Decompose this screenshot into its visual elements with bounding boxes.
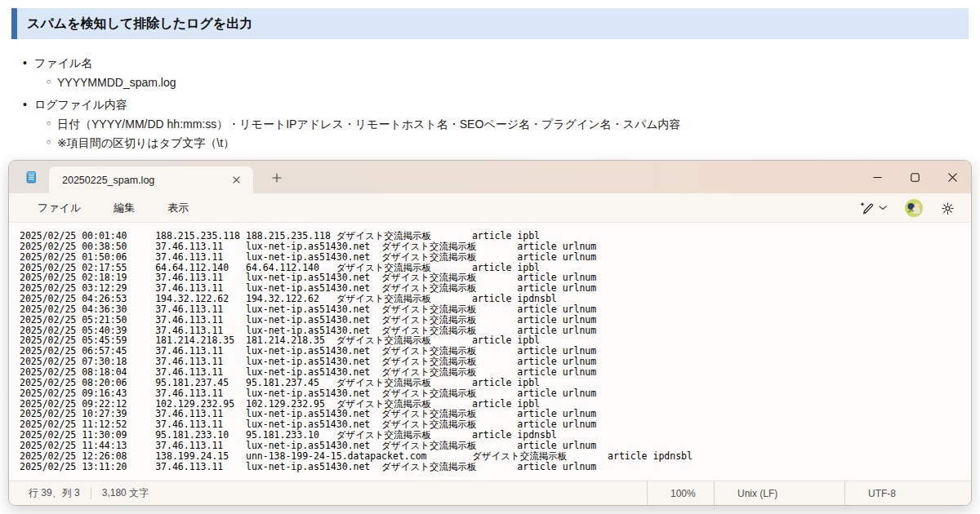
line-ending[interactable]: Unix (LF) <box>714 481 844 505</box>
tab-20250225-spam-log[interactable]: 20250225_spam.log <box>48 166 254 193</box>
rewrite-button[interactable] <box>856 198 890 218</box>
close-button[interactable] <box>933 161 971 193</box>
log-line: 2025/02/25 11:30:09 95.181.233.10 95.181… <box>20 430 964 441</box>
tab-close-icon[interactable] <box>227 171 245 189</box>
notepad-window: 20250225_spam.log ファイル 編集 表示 <box>8 160 972 506</box>
log-line: 2025/02/25 04:36:30 37.46.113.11 lux-net… <box>20 304 964 315</box>
window-controls <box>858 161 971 193</box>
menu-file[interactable]: ファイル <box>29 197 90 219</box>
doc-list: • ファイル名 ○ YYYYMMDD_spam.log • ログファイル内容 ○… <box>0 49 964 153</box>
minimize-button[interactable] <box>858 161 896 193</box>
log-line: 2025/02/25 00:38:50 37.46.113.11 lux-net… <box>20 241 964 252</box>
circle-bullet-icon: ○ <box>47 135 57 150</box>
list-item: ○ YYYYMMDD_spam.log <box>47 74 964 91</box>
avatar[interactable] <box>902 197 926 219</box>
char-count: 3,180 文字 <box>102 486 149 500</box>
divider <box>91 487 91 499</box>
bullet-icon: • <box>23 96 34 113</box>
maximize-button[interactable] <box>896 161 933 193</box>
log-line: 2025/02/25 13:11:20 37.46.113.11 lux-net… <box>20 462 964 472</box>
log-line: 2025/02/25 09:16:43 37.46.113.11 lux-net… <box>20 388 964 399</box>
cursor-position: 行 39、列 3 <box>29 486 80 500</box>
list-item: • ファイル名 <box>23 55 964 71</box>
log-content[interactable]: 2025/02/25 00:01:40 188.215.235.118 188.… <box>9 223 971 481</box>
circle-bullet-icon: ○ <box>47 74 57 90</box>
log-line: 2025/02/25 04:26:53 194.32.122.62 194.32… <box>20 294 964 304</box>
circle-bullet-icon: ○ <box>47 116 57 131</box>
tab-label: 20250225_spam.log <box>62 175 227 186</box>
menu-edit[interactable]: 編集 <box>105 197 144 219</box>
log-line: 2025/02/25 08:18:04 37.46.113.11 lux-net… <box>20 367 964 378</box>
settings-button[interactable] <box>938 199 958 218</box>
encoding[interactable]: UTF-8 <box>844 481 971 505</box>
titlebar[interactable]: 20250225_spam.log <box>9 161 971 193</box>
gear-icon <box>941 202 955 215</box>
zoom-level[interactable]: 100% <box>647 481 714 505</box>
page-title: スパムを検知して排除したログを出力 <box>11 8 969 39</box>
list-item-label: ※項目間の区切りはタブ文字（\t） <box>57 135 234 151</box>
log-line: 2025/02/25 11:44:13 37.46.113.11 lux-net… <box>20 441 964 451</box>
menubar-right <box>856 193 958 223</box>
new-tab-button[interactable] <box>267 168 287 188</box>
statusbar: 行 39、列 3 3,180 文字 100% Unix (LF) UTF-8 <box>9 481 971 505</box>
log-line: 2025/02/25 00:01:40 188.215.235.118 188.… <box>20 231 964 241</box>
list-item: • ログファイル内容 <box>23 96 964 113</box>
list-item: ○ 日付（YYYY/MM/DD hh:mm:ss）・リモートIPアドレス・リモー… <box>47 116 964 132</box>
list-item-label: ログファイル内容 <box>34 96 127 113</box>
log-line: 2025/02/25 12:26:08 138.199.24.15 unn-13… <box>20 451 964 462</box>
log-line: 2025/02/25 05:21:50 37.46.113.11 lux-net… <box>20 315 964 326</box>
log-line: 2025/02/25 01:50:06 37.46.113.11 lux-net… <box>20 252 964 263</box>
bullet-icon: • <box>23 55 34 71</box>
chevron-down-icon <box>879 206 887 210</box>
list-item-label: ファイル名 <box>34 55 92 71</box>
list-item: ○ ※項目間の区切りはタブ文字（\t） <box>47 135 964 151</box>
statusbar-left: 行 39、列 3 3,180 文字 <box>9 486 149 500</box>
log-line: 2025/02/25 08:20:06 95.181.237.45 95.181… <box>20 378 964 388</box>
menu-view[interactable]: 表示 <box>158 197 198 219</box>
list-item-label: 日付（YYYY/MM/DD hh:mm:ss）・リモートIPアドレス・リモートホ… <box>57 116 681 132</box>
notepad-icon <box>24 170 38 184</box>
statusbar-right: 100% Unix (LF) UTF-8 <box>647 481 971 505</box>
menubar: ファイル 編集 表示 <box>9 193 971 223</box>
list-item-label: YYYYMMDD_spam.log <box>57 74 176 91</box>
